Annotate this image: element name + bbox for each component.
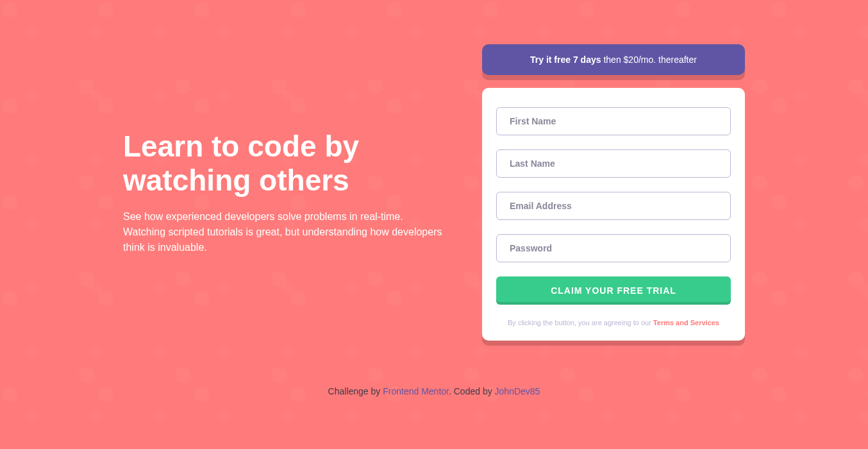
last-name-field[interactable]: [496, 149, 731, 178]
terms-link[interactable]: Terms and Services: [653, 319, 719, 326]
fine-print-prefix: By clicking the button, you are agreeing…: [508, 319, 653, 326]
frontend-mentor-link[interactable]: Frontend Mentor: [383, 386, 449, 396]
signup-column: Try it free 7 days then $20/mo. thereaft…: [482, 44, 745, 341]
password-field[interactable]: [496, 234, 731, 262]
first-name-field[interactable]: [496, 107, 731, 135]
author-link[interactable]: JohnDev85: [495, 386, 540, 396]
hero-section: Learn to code by watching others See how…: [123, 130, 444, 255]
attribution: Challenge by Frontend Mentor. Coded by J…: [0, 386, 868, 396]
terms-fine-print: By clicking the button, you are agreeing…: [496, 319, 731, 326]
pricing-banner: Try it free 7 days then $20/mo. thereaft…: [482, 44, 745, 75]
email-field[interactable]: [496, 192, 731, 220]
signup-form: CLAIM YOUR FREE TRIAL By clicking the bu…: [482, 88, 745, 341]
coded-prefix: . Coded by: [449, 386, 495, 396]
challenge-prefix: Challenge by: [328, 386, 383, 396]
banner-bold: Try it free 7 days: [530, 55, 601, 65]
hero-subtitle: See how experienced developers solve pro…: [123, 209, 444, 255]
main-content: Learn to code by watching others See how…: [0, 0, 868, 385]
page-title: Learn to code by watching others: [123, 130, 444, 198]
banner-rest: then $20/mo. thereafter: [601, 55, 697, 65]
claim-trial-button[interactable]: CLAIM YOUR FREE TRIAL: [496, 276, 731, 305]
